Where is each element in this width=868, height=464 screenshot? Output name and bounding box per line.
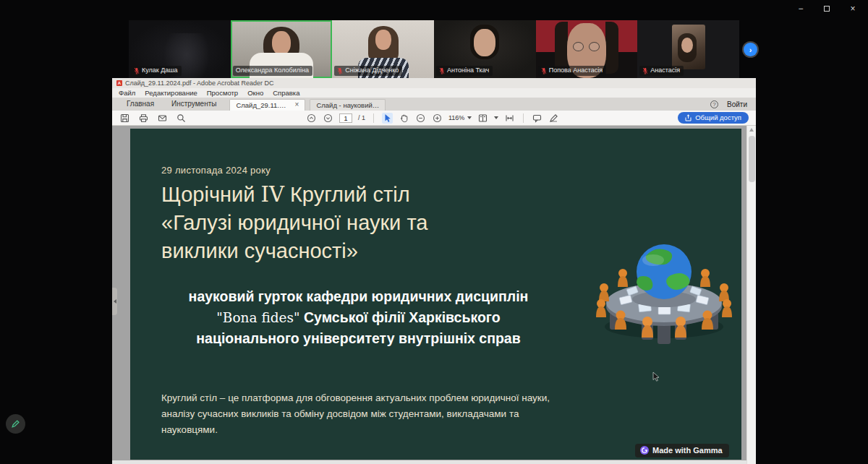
nav-pane-handle[interactable] bbox=[112, 288, 117, 315]
made-with-gamma-badge[interactable]: Made with Gamma bbox=[635, 444, 729, 457]
scrollbar-thumb[interactable] bbox=[749, 136, 755, 182]
participant-name: Антоніна Ткач bbox=[447, 66, 489, 74]
page-count-label: / 1 bbox=[358, 114, 365, 121]
hand-tool-icon[interactable] bbox=[399, 113, 409, 124]
toolbar-divider bbox=[373, 113, 374, 123]
scroll-up-icon[interactable] bbox=[749, 128, 754, 132]
next-page-icon[interactable] bbox=[323, 113, 333, 124]
email-icon[interactable] bbox=[157, 113, 168, 124]
page-number-input[interactable]: 1 bbox=[339, 113, 352, 123]
previous-page-icon[interactable] bbox=[306, 113, 317, 124]
zoom-level-select[interactable]: 116% bbox=[448, 114, 472, 121]
document-pane: 29 листопада 2024 року Щорічний IV Кругл… bbox=[112, 126, 756, 464]
tab-tools[interactable]: Инструменты bbox=[163, 98, 225, 111]
zoom-in-icon[interactable] bbox=[432, 113, 443, 124]
mic-muted-icon bbox=[439, 67, 445, 74]
tab-label: Слайд_29.11.2024... bbox=[236, 101, 289, 109]
search-icon[interactable] bbox=[176, 113, 187, 124]
participant-name: Кулак Даша bbox=[142, 66, 178, 74]
comment-icon[interactable] bbox=[532, 113, 542, 124]
participant-name-label: Сніжана Дідченко bbox=[334, 66, 402, 76]
slide-subtitle: науковий гурток кафедри юридичних дисцип… bbox=[172, 286, 545, 349]
participant-name: Олександра Колобиліна bbox=[236, 66, 309, 74]
acrobat-menubar: Файл Редактирование Просмотр Окно Справк… bbox=[112, 88, 756, 98]
menu-view[interactable]: Просмотр bbox=[207, 89, 238, 97]
video-strip: Кулак Даша Олександра Колобиліна Сніжана… bbox=[129, 20, 739, 78]
close-button[interactable]: × bbox=[845, 2, 861, 15]
toolbar-center-group: 1 / 1 116% bbox=[306, 111, 559, 125]
window-title: Слайд_29.11.2024.pdf - Adobe Acrobat Rea… bbox=[125, 80, 274, 87]
mic-muted-icon bbox=[541, 67, 547, 74]
chevron-down-icon[interactable] bbox=[494, 116, 498, 119]
menu-help[interactable]: Справка bbox=[273, 89, 299, 97]
select-tool-icon[interactable] bbox=[382, 113, 393, 124]
acrobat-window: A Слайд_29.11.2024.pdf - Adobe Acrobat R… bbox=[112, 78, 756, 464]
participant-name: Попова Анастасія bbox=[549, 66, 603, 74]
maximize-button[interactable] bbox=[819, 2, 835, 15]
mic-muted-icon bbox=[642, 67, 648, 74]
slide-title: Щорічний IV Круглий стіл «Галузі юридичн… bbox=[161, 181, 427, 265]
participant-avatar bbox=[672, 25, 705, 69]
participant-name-label: Антоніна Ткач bbox=[436, 66, 493, 76]
tabrow-right: ? Войти bbox=[710, 100, 756, 111]
slide-title-line: «Галузі юридичної науки та bbox=[161, 209, 427, 237]
slide-title-line: виклики сучасності» bbox=[161, 237, 427, 265]
gamma-badge-label: Made with Gamma bbox=[652, 446, 723, 455]
help-icon[interactable]: ? bbox=[710, 100, 718, 108]
tab-document-active[interactable]: Слайд_29.11.2024... × bbox=[229, 99, 305, 111]
menu-window[interactable]: Окно bbox=[247, 89, 263, 97]
sign-in-button[interactable]: Войти bbox=[727, 100, 747, 108]
mic-muted-icon bbox=[134, 67, 140, 74]
slide-title-line: Щорічний IV Круглий стіл bbox=[161, 181, 427, 209]
menu-edit[interactable]: Редактирование bbox=[145, 89, 197, 97]
share-icon bbox=[685, 114, 692, 121]
fit-width-icon[interactable] bbox=[504, 113, 515, 124]
pencil-icon bbox=[11, 419, 20, 429]
page-display-icon[interactable] bbox=[477, 113, 488, 124]
participant-tile[interactable]: Попова Анастасія bbox=[536, 20, 638, 78]
roundtable-globe-illustration bbox=[595, 236, 733, 351]
next-participants-button[interactable]: › bbox=[744, 43, 757, 56]
maximize-icon bbox=[824, 6, 830, 12]
window-controls: − × bbox=[793, 2, 861, 15]
tab-document-2[interactable]: Слайд - науковий ... bbox=[310, 99, 386, 111]
participant-name-label: Анастасія bbox=[639, 66, 684, 76]
participant-name-label: Олександра Колобиліна bbox=[233, 66, 312, 76]
share-button-label: Общий доступ bbox=[695, 113, 741, 121]
zoom-level-value: 116% bbox=[448, 114, 464, 121]
minimize-button[interactable]: − bbox=[793, 2, 809, 15]
tab-label: Слайд - науковий ... bbox=[316, 101, 379, 109]
participant-tile[interactable]: Сніжана Дідченко bbox=[332, 20, 434, 78]
menu-file[interactable]: Файл bbox=[119, 89, 135, 97]
tab-home[interactable]: Главная bbox=[118, 98, 163, 111]
participant-tile[interactable]: Анастасія bbox=[637, 20, 739, 78]
page-bottom-edge bbox=[112, 460, 746, 464]
save-icon[interactable] bbox=[119, 113, 130, 124]
pen-icon[interactable] bbox=[548, 113, 559, 124]
mouse-cursor bbox=[652, 371, 660, 382]
toolbar-divider bbox=[523, 113, 524, 123]
pdf-slide-page: 29 листопада 2024 року Щорічний IV Кругл… bbox=[130, 129, 741, 460]
chevron-down-icon bbox=[467, 116, 472, 119]
acrobat-titlebar: A Слайд_29.11.2024.pdf - Adobe Acrobat R… bbox=[112, 78, 756, 88]
participant-name-label: Попова Анастасія bbox=[538, 66, 606, 76]
participant-name: Сніжана Дідченко bbox=[345, 66, 399, 74]
acrobat-toolbar: 1 / 1 116% Общий доступ bbox=[112, 111, 756, 126]
slide-date: 29 листопада 2024 року bbox=[161, 165, 271, 176]
print-icon[interactable] bbox=[138, 113, 149, 124]
participant-tile-active-speaker[interactable]: Олександра Колобиліна bbox=[231, 20, 333, 78]
participant-tile[interactable]: Кулак Даша bbox=[129, 20, 231, 78]
acrobat-logo-icon: A bbox=[116, 80, 122, 86]
share-button[interactable]: Общий доступ bbox=[678, 112, 749, 124]
tab-close-icon[interactable]: × bbox=[295, 101, 299, 108]
acrobat-tabrow: Главная Инструменты Слайд_29.11.2024... … bbox=[112, 98, 756, 111]
vertical-scrollbar[interactable] bbox=[746, 126, 756, 464]
slide-paragraph: Круглий стіл – це платформа для обговоре… bbox=[161, 390, 558, 438]
mic-muted-icon bbox=[337, 67, 343, 74]
chevron-left-icon bbox=[114, 299, 116, 304]
zoom-out-icon[interactable] bbox=[415, 113, 426, 124]
annotate-pencil-button[interactable] bbox=[6, 414, 25, 434]
toolbar-left-group bbox=[119, 113, 187, 124]
participant-name-label: Кулак Даша bbox=[131, 66, 182, 76]
participant-tile[interactable]: Антоніна Ткач bbox=[434, 20, 536, 78]
